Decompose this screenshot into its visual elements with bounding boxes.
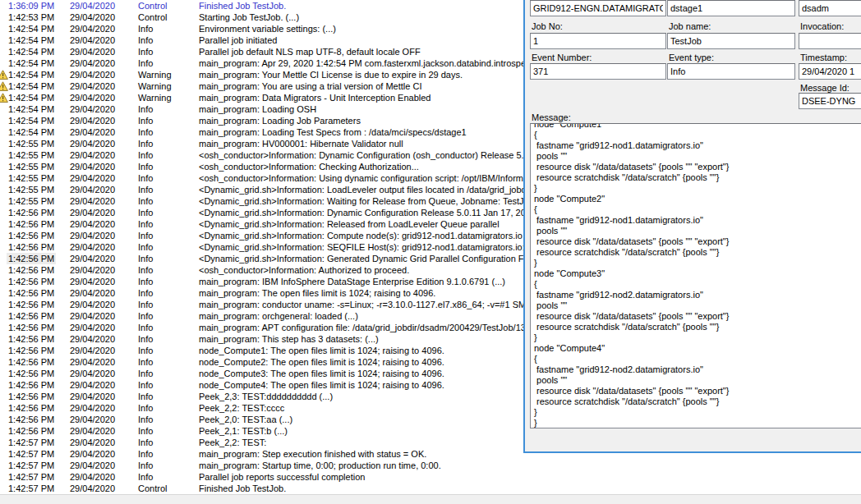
log-cell-date: 29/04/2020 bbox=[70, 276, 115, 287]
log-row[interactable]: 1:42:56 PM 29/04/2020 Info node_Compute4… bbox=[0, 379, 526, 391]
log-row[interactable]: 1:42:54 PM 29/04/2020 Warning main_progr… bbox=[0, 92, 526, 103]
message-id-field[interactable] bbox=[799, 93, 861, 109]
log-row[interactable]: 1:42:57 PM 29/04/2020 Control Finished J… bbox=[0, 483, 526, 494]
invocation-field[interactable] bbox=[799, 33, 861, 49]
event-number-field[interactable] bbox=[530, 63, 666, 80]
log-cell-type: Info bbox=[138, 172, 153, 184]
log-row[interactable]: 1:42:56 PM 29/04/2020 Info Peek_2,3: TES… bbox=[0, 391, 526, 402]
user-field[interactable] bbox=[799, 0, 861, 16]
log-cell-type: Info bbox=[138, 23, 153, 34]
log-cell-message: <Dynamic_grid.sh>Information: Released f… bbox=[199, 218, 524, 230]
log-cell-time: 1:42:56 PM bbox=[7, 333, 56, 345]
log-row[interactable]: 1:42:56 PM 29/04/2020 Info main_program:… bbox=[0, 310, 526, 322]
log-cell-message: node_Compute2: The open files limit is 1… bbox=[199, 356, 524, 368]
log-row[interactable]: 1:42:56 PM 29/04/2020 Info <Dynamic_grid… bbox=[0, 218, 526, 230]
log-cell-message: main_program: This step has 3 datasets: … bbox=[199, 333, 524, 345]
log-cell-time: 1:42:57 PM bbox=[7, 483, 56, 494]
log-row[interactable]: 1:42:56 PM 29/04/2020 Info main_program:… bbox=[0, 287, 526, 299]
log-cell-date: 29/04/2020 bbox=[70, 230, 115, 241]
log-row[interactable]: 1:42:54 PM 29/04/2020 Info main_program:… bbox=[0, 57, 526, 69]
message-textarea[interactable]: node "Compute1" { fastname "grid912-nod1… bbox=[530, 123, 861, 428]
job-name-field[interactable] bbox=[667, 33, 795, 49]
log-cell-time: 1:42:55 PM bbox=[7, 184, 56, 195]
log-cell-message: Peek_2,2: TEST: bbox=[199, 437, 524, 448]
log-row[interactable]: 1:42:56 PM 29/04/2020 Info main_program:… bbox=[0, 276, 526, 287]
log-cell-message: main_program: The open files limit is 10… bbox=[199, 287, 524, 299]
log-cell-message: main_program: Loading Test Specs from : … bbox=[199, 126, 524, 138]
log-row[interactable]: 1:42:56 PM 29/04/2020 Info <Dynamic_grid… bbox=[0, 241, 526, 253]
log-row[interactable]: 1:42:55 PM 29/04/2020 Info <osh_conducto… bbox=[0, 161, 526, 172]
log-row[interactable]: 1:42:54 PM 29/04/2020 Warning main_progr… bbox=[0, 80, 526, 92]
log-cell-time: 1:42:55 PM bbox=[7, 138, 56, 149]
project-field[interactable] bbox=[667, 0, 795, 16]
log-cell-type: Info bbox=[138, 333, 153, 345]
log-cell-date: 29/04/2020 bbox=[70, 299, 115, 310]
log-row[interactable]: 1:42:56 PM 29/04/2020 Info main_program:… bbox=[0, 333, 526, 345]
log-row[interactable]: 1:42:56 PM 29/04/2020 Info <Dynamic_grid… bbox=[0, 207, 526, 218]
log-row[interactable]: 1:42:56 PM 29/04/2020 Info Peek_2,0: TES… bbox=[0, 414, 526, 425]
timestamp-field[interactable] bbox=[799, 63, 861, 80]
log-cell-time: 1:42:55 PM bbox=[7, 172, 56, 184]
director-log-screen: 1:36:09 PM 29/04/2020 Control Finished J… bbox=[0, 0, 861, 504]
log-cell-message: Parallel job initiated bbox=[199, 34, 524, 46]
log-row[interactable]: 1:42:56 PM 29/04/2020 Info <Dynamic_grid… bbox=[0, 253, 526, 264]
log-row[interactable]: 1:42:56 PM 29/04/2020 Info node_Compute1… bbox=[0, 345, 526, 356]
log-row[interactable]: 1:42:56 PM 29/04/2020 Info main_program:… bbox=[0, 322, 526, 333]
log-row[interactable]: 1:42:54 PM 29/04/2020 Warning main_progr… bbox=[0, 69, 526, 80]
log-row[interactable]: 1:42:54 PM 29/04/2020 Info main_program:… bbox=[0, 126, 526, 138]
log-row[interactable]: 1:42:54 PM 29/04/2020 Info Parallel job … bbox=[0, 46, 526, 57]
log-cell-time: 1:42:57 PM bbox=[7, 448, 56, 460]
log-row[interactable]: 1:42:56 PM 29/04/2020 Info Peek_2,1: TES… bbox=[0, 425, 526, 437]
log-cell-time: 1:42:56 PM bbox=[7, 218, 56, 230]
log-cell-date: 29/04/2020 bbox=[70, 57, 115, 69]
log-row[interactable]: 1:42:56 PM 29/04/2020 Info node_Compute2… bbox=[0, 356, 526, 368]
log-row[interactable]: 1:42:56 PM 29/04/2020 Info <Dynamic_grid… bbox=[0, 230, 526, 241]
log-row[interactable]: 1:42:55 PM 29/04/2020 Info <osh_conducto… bbox=[0, 172, 526, 184]
log-row[interactable]: 1:42:54 PM 29/04/2020 Info main_program:… bbox=[0, 103, 526, 115]
log-row[interactable]: 1:42:54 PM 29/04/2020 Info Environment v… bbox=[0, 23, 526, 34]
log-cell-message: <osh_conductor>Information: Checking Aut… bbox=[199, 161, 524, 172]
log-cell-time: 1:42:56 PM bbox=[7, 310, 56, 322]
log-cell-time: 1:42:56 PM bbox=[7, 391, 56, 402]
log-row[interactable]: 1:42:55 PM 29/04/2020 Info <Dynamic_grid… bbox=[0, 184, 526, 195]
log-row[interactable]: 1:42:53 PM 29/04/2020 Control Starting J… bbox=[0, 11, 526, 23]
event-detail-dialog: Job No: Job name: Invocation: Event Numb… bbox=[523, 0, 861, 453]
log-row[interactable]: 1:42:56 PM 29/04/2020 Info node_Compute3… bbox=[0, 368, 526, 379]
log-row[interactable]: 1:42:56 PM 29/04/2020 Info Peek_2,2: TES… bbox=[0, 402, 526, 414]
log-table: 1:36:09 PM 29/04/2020 Control Finished J… bbox=[0, 0, 526, 494]
log-cell-time: 1:36:09 PM bbox=[7, 0, 56, 11]
message-text: node "Compute1" { fastname "grid912-nod1… bbox=[534, 123, 861, 428]
log-cell-message: <osh_conductor>Information: Using dynami… bbox=[199, 172, 524, 184]
server-field[interactable] bbox=[530, 0, 666, 16]
log-row[interactable]: 1:42:55 PM 29/04/2020 Info main_program:… bbox=[0, 138, 526, 149]
log-cell-message: main_program: Data Migrators - Unit Inte… bbox=[199, 92, 524, 103]
log-cell-type: Info bbox=[138, 471, 153, 483]
log-cell-date: 29/04/2020 bbox=[70, 184, 115, 195]
log-row[interactable]: 1:42:56 PM 29/04/2020 Info main_program:… bbox=[0, 299, 526, 310]
log-cell-date: 29/04/2020 bbox=[70, 310, 115, 322]
log-cell-type: Info bbox=[138, 448, 153, 460]
log-cell-message: main_program: Loading OSH bbox=[199, 103, 524, 115]
log-cell-time: 1:42:57 PM bbox=[7, 437, 56, 448]
log-cell-time: 1:42:56 PM bbox=[7, 230, 56, 241]
log-cell-type: Warning bbox=[138, 80, 172, 92]
log-row[interactable]: 1:42:54 PM 29/04/2020 Info Parallel job … bbox=[0, 34, 526, 46]
event-type-field[interactable] bbox=[667, 63, 795, 80]
log-row[interactable]: 1:42:54 PM 29/04/2020 Info main_program:… bbox=[0, 115, 526, 126]
event-number-label: Event Number: bbox=[532, 53, 592, 62]
log-row[interactable]: 1:42:57 PM 29/04/2020 Info main_program:… bbox=[0, 448, 526, 460]
log-cell-date: 29/04/2020 bbox=[70, 379, 115, 391]
log-row[interactable]: 1:42:55 PM 29/04/2020 Info <Dynamic_grid… bbox=[0, 195, 526, 207]
log-row[interactable]: 1:42:57 PM 29/04/2020 Info main_program:… bbox=[0, 460, 526, 471]
job-no-field[interactable] bbox=[530, 33, 666, 49]
log-row[interactable]: 1:36:09 PM 29/04/2020 Control Finished J… bbox=[0, 0, 526, 11]
log-row[interactable]: 1:42:55 PM 29/04/2020 Info <osh_conducto… bbox=[0, 149, 526, 161]
log-cell-type: Info bbox=[138, 161, 153, 172]
log-row[interactable]: 1:42:56 PM 29/04/2020 Info <osh_conducto… bbox=[0, 264, 526, 276]
log-cell-message: main_program: APT configuration file: /d… bbox=[199, 322, 524, 333]
log-cell-type: Info bbox=[138, 195, 153, 207]
log-row[interactable]: 1:42:57 PM 29/04/2020 Info Parallel job … bbox=[0, 471, 526, 483]
log-row[interactable]: 1:42:57 PM 29/04/2020 Info Peek_2,2: TES… bbox=[0, 437, 526, 448]
log-cell-message: main_program: Apr 29, 2020 1:42:54 PM co… bbox=[199, 57, 524, 69]
log-cell-date: 29/04/2020 bbox=[70, 402, 115, 414]
